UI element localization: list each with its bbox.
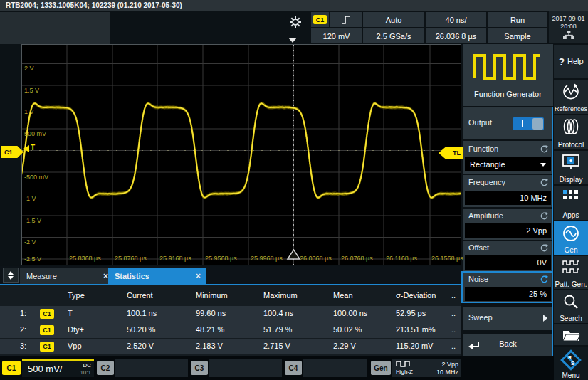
fg-frequency-row[interactable]: Frequency 10 MHz [463, 175, 553, 207]
nav-gen-active[interactable]: Gen [554, 221, 588, 255]
col-header: Minimum [196, 291, 228, 300]
channel-badge: C1 [40, 309, 54, 319]
output-toggle[interactable] [513, 117, 544, 130]
toolbar-trigger-source[interactable]: C1 [311, 12, 329, 27]
tabbar-collapse-control[interactable] [3, 268, 19, 283]
toolbar-horizontal-position[interactable]: 26.036 8 µs [426, 28, 486, 43]
fg-header: Function Generator [463, 44, 553, 106]
t-label: 25.9568 µs [205, 255, 237, 262]
toolbar-timebase[interactable]: 40 ns/ [426, 12, 486, 27]
network-lan-icon [563, 31, 574, 39]
t-label: 26.0368 µs [300, 255, 332, 262]
nav-pattern-generator[interactable]: Patt. Gen. [554, 256, 588, 289]
v-label: 2 V [24, 65, 34, 72]
close-icon[interactable]: × [191, 271, 206, 281]
nav-menu[interactable]: R S Menu [554, 347, 588, 380]
t-label: 25.9968 µs [251, 255, 283, 262]
sine-generator-icon [554, 224, 588, 243]
col-header: Maximum [263, 291, 298, 300]
toolbar-sample-rate[interactable]: 2.5 GSa/s [363, 28, 424, 43]
back-button[interactable]: Back [463, 334, 553, 356]
gen-settings-box[interactable]: High-Z 2 Vpp 10 MHz [392, 359, 461, 377]
tab-measure[interactable]: Measure × [20, 268, 113, 284]
nav-file[interactable] [554, 324, 588, 345]
date-text: 2017-09-01 [552, 15, 584, 22]
settings-gear-icon[interactable] [289, 16, 302, 31]
c3-settings-box[interactable] [209, 359, 282, 377]
col-header: Mean [333, 291, 353, 300]
toolbar-acquisition-state[interactable]: Run [488, 12, 547, 27]
channel-badge: C1 [40, 342, 54, 352]
c2-settings-box[interactable] [115, 359, 188, 377]
toggle-on-mark [522, 120, 523, 127]
svg-text:S: S [571, 361, 574, 366]
trigger-source-badge: C1 [313, 15, 327, 24]
gen-badge[interactable]: Gen [371, 361, 391, 375]
reset-icon[interactable] [540, 178, 549, 187]
t-label: 26.1168 µs [386, 255, 417, 262]
toolbar-acquisition-mode[interactable]: Sample [488, 28, 547, 43]
channel-badge: C1 [40, 325, 54, 335]
fg-output-row[interactable]: Output [463, 107, 553, 139]
toolbar-trigger-mode[interactable]: Auto [363, 12, 424, 27]
nav-display[interactable]: Display [554, 151, 588, 184]
nav-help[interactable]: ? Help [554, 45, 588, 78]
frequency-field[interactable]: 10 MHz [465, 191, 551, 205]
svg-text:R: R [568, 355, 572, 360]
oscilloscope-screen: RTB2004; 1333.1005K04; 102239 (01.210 20… [0, 0, 588, 380]
c1-settings-box[interactable]: 500 mV/ DC 10:1 [22, 359, 94, 377]
trigger-position-top-marker[interactable] [288, 38, 297, 43]
fg-function-row[interactable]: Function Rectangle [463, 141, 553, 174]
c3-badge[interactable]: C3 [191, 361, 208, 375]
reset-icon[interactable] [540, 211, 549, 221]
col-header: Type [68, 291, 85, 300]
fg-offset-row[interactable]: Offset 0V [463, 241, 553, 271]
time-text: 20:08 [560, 23, 577, 30]
fg-amplitude-row[interactable]: Amplitude 2 Vpp [463, 209, 553, 240]
v-label: -1.5 V [24, 217, 41, 224]
t-label: 26.0768 µs [341, 255, 373, 262]
nav-search[interactable]: Search [554, 290, 588, 323]
reset-icon[interactable] [540, 275, 549, 284]
noise-field[interactable]: 25 % [465, 287, 551, 301]
channel1-ground-flag[interactable]: C1 [1, 146, 23, 158]
c2-badge[interactable]: C2 [97, 361, 114, 375]
magnifier-icon [554, 293, 588, 310]
fg-sweep-row[interactable]: Sweep [463, 307, 553, 330]
nav-protocol[interactable]: Protocol [554, 115, 588, 149]
reset-icon[interactable] [540, 144, 549, 154]
active-dialog-separator [552, 107, 553, 356]
t-label: 25.8368 µs [69, 255, 101, 262]
c4-settings-box[interactable] [303, 359, 367, 377]
t-label: 25.8768 µs [115, 255, 147, 262]
trigger-time-marker[interactable]: T [31, 144, 35, 152]
rs-logo-icon: R S [554, 349, 588, 371]
references-icon [554, 83, 588, 101]
fg-noise-row[interactable]: Noise 25 % [463, 273, 553, 302]
v-label: 500 mV [24, 130, 46, 137]
v-label: -1 V [24, 195, 36, 202]
arrow-up-icon [8, 271, 14, 275]
device-info: RTB2004; 1333.1005K04; 102239 (01.210 20… [6, 1, 182, 9]
reset-icon[interactable] [540, 243, 549, 253]
c4-badge[interactable]: C4 [285, 361, 302, 375]
nav-references[interactable]: References [554, 80, 588, 114]
nav-apps[interactable]: Apps [554, 186, 588, 220]
square-wave-icon [473, 50, 542, 84]
arrow-down-icon [8, 276, 14, 280]
v-label: -500 mV [24, 174, 48, 181]
toolbar-trigger-level[interactable]: 120 mV [311, 28, 362, 43]
amplitude-field[interactable]: 2 Vpp [465, 223, 551, 238]
tab-statistics[interactable]: Statistics × [108, 268, 206, 284]
waveform-display: 2 V 1.5 V 1 V 500 mV -500 mV -1 V -1.5 V… [21, 44, 461, 265]
display-icon [554, 154, 588, 171]
toolbar-trigger-slope[interactable] [330, 12, 362, 27]
c1-badge[interactable]: C1 [2, 361, 21, 375]
pattern-generator-icon [554, 259, 588, 275]
v-label: -2.5 V [24, 255, 41, 263]
function-select[interactable]: Rectangle [465, 157, 551, 171]
trigger-time-arrow-icon[interactable] [23, 145, 29, 152]
offset-field[interactable]: 0V [465, 255, 551, 270]
v-label: 1 V [24, 108, 34, 115]
v-label: -2 V [24, 238, 36, 246]
